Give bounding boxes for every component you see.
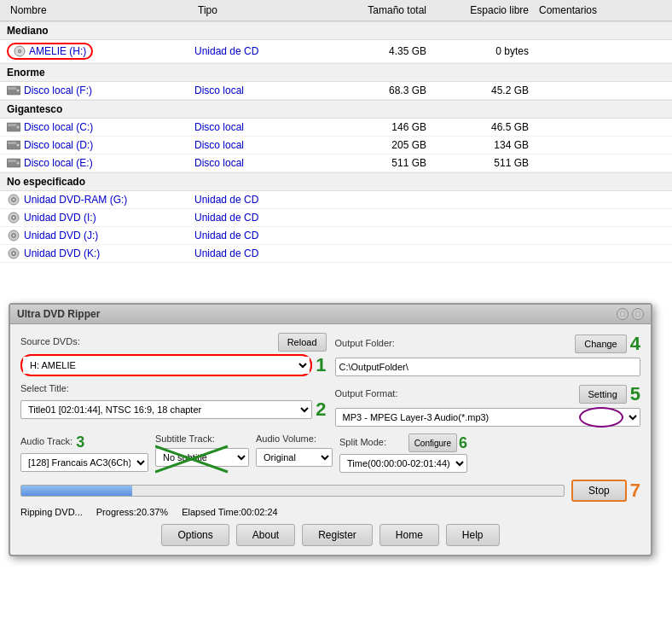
drive-name-k[interactable]: Unidad DVD (K:) bbox=[7, 247, 194, 259]
drive-free: 46.5 GB bbox=[433, 121, 536, 133]
file-manager: Nombre Tipo Tamaño total Espacio libre C… bbox=[0, 0, 672, 263]
table-row[interactable]: Unidad DVD (K:) Unidad de CD bbox=[0, 245, 672, 263]
progress-section: Stop 7 bbox=[20, 480, 640, 502]
table-row[interactable]: Unidad DVD (J:) Unidad de CD bbox=[0, 227, 672, 245]
col-tipo: Tipo bbox=[194, 3, 331, 18]
window-body: Source DVDs: Reload H: AMELIE 1 Output F… bbox=[10, 324, 651, 555]
drive-name-d[interactable]: Disco local (D:) bbox=[7, 139, 194, 151]
table-row[interactable]: AMELIE (H:) Unidad de CD 4.35 GB 0 bytes bbox=[0, 40, 672, 63]
window-controls bbox=[617, 308, 644, 320]
group-no-especificado: No especificado bbox=[0, 172, 672, 191]
table-row[interactable]: Disco local (E:) Disco local 511 GB 511 … bbox=[0, 154, 672, 172]
configure-button[interactable]: Configure bbox=[408, 433, 457, 452]
audio-volume-select[interactable]: Original bbox=[256, 448, 333, 467]
register-button[interactable]: Register bbox=[302, 524, 373, 546]
split-mode-select[interactable]: Time(00:00:00-02:01:44) bbox=[339, 454, 467, 473]
minimize-button[interactable] bbox=[617, 308, 629, 320]
options-button[interactable]: Options bbox=[161, 524, 229, 546]
svg-point-22 bbox=[13, 235, 14, 236]
svg-point-10 bbox=[17, 144, 20, 147]
drive-name-e[interactable]: Disco local (E:) bbox=[7, 157, 194, 169]
drive-free: 511 GB bbox=[433, 157, 536, 169]
help-button[interactable]: Help bbox=[446, 524, 500, 546]
progress-bar-fill bbox=[21, 486, 132, 496]
progress-text: Progress:20.37% bbox=[96, 507, 168, 517]
audio-track-label: Audio Track: bbox=[20, 436, 72, 446]
select-title-label: Select Title: bbox=[20, 383, 69, 393]
dvd-ripper-window: Ultra DVD Ripper Source DVDs: Reload bbox=[9, 303, 652, 556]
output-folder-input[interactable]: C:\OutputFolder\ bbox=[335, 358, 641, 376]
subtitle-track-section: Subtitle Track: No subtitle bbox=[155, 433, 249, 467]
drive-free: 134 GB bbox=[433, 139, 536, 151]
drive-name-i[interactable]: Unidad DVD (I:) bbox=[7, 212, 194, 224]
table-row[interactable]: Unidad DVD-RAM (G:) Unidad de CD bbox=[0, 191, 672, 209]
annotation-3: 3 bbox=[76, 433, 84, 451]
svg-point-1 bbox=[18, 49, 21, 53]
drive-name-j[interactable]: Unidad DVD (J:) bbox=[7, 230, 194, 241]
table-row[interactable]: Unidad DVD (I:) Unidad de CD bbox=[0, 209, 672, 227]
svg-rect-9 bbox=[8, 142, 16, 144]
col-comentarios: Comentarios bbox=[536, 3, 665, 18]
drive-tipo: Unidad de CD bbox=[194, 212, 331, 224]
output-format-label: Output Format: bbox=[335, 388, 398, 399]
source-dvds-label: Source DVDs: bbox=[20, 336, 80, 346]
hdd-icon bbox=[7, 158, 20, 168]
source-dvd-select[interactable]: H: AMELIE bbox=[23, 357, 310, 374]
col-nombre: Nombre bbox=[7, 3, 194, 18]
home-button[interactable]: Home bbox=[379, 524, 439, 546]
drive-tipo: Disco local bbox=[194, 84, 331, 96]
drive-name-amelie[interactable]: AMELIE (H:) bbox=[7, 43, 194, 60]
group-mediano: Mediano bbox=[0, 21, 672, 40]
maximize-button[interactable] bbox=[632, 308, 644, 320]
select-title-section: Select Title: Title01 [02:01:44], NTSC 1… bbox=[20, 383, 327, 421]
window-titlebar: Ultra DVD Ripper bbox=[10, 305, 651, 324]
drive-name-c[interactable]: Disco local (C:) bbox=[7, 121, 194, 133]
about-button[interactable]: About bbox=[236, 524, 295, 546]
svg-rect-6 bbox=[8, 124, 16, 126]
setting-button[interactable]: Setting bbox=[579, 385, 627, 404]
minimize-icon bbox=[619, 311, 626, 317]
source-section: Source DVDs: Reload H: AMELIE 1 bbox=[20, 333, 327, 376]
table-row[interactable]: Disco local (F:) Disco local 68.3 GB 45.… bbox=[0, 82, 672, 100]
hdd-icon bbox=[7, 122, 20, 132]
maximize-icon bbox=[634, 311, 641, 317]
select-title-select[interactable]: Title01 [02:01:44], NTSC 16:9, 18 chapte… bbox=[20, 400, 312, 419]
annotation-4: 4 bbox=[630, 333, 640, 355]
row-tracks: Audio Track: 3 [128] Francais AC3(6Ch) S… bbox=[20, 433, 640, 473]
drive-tipo: Unidad de CD bbox=[194, 247, 331, 259]
svg-point-25 bbox=[13, 253, 14, 254]
output-folder-label: Output Folder: bbox=[335, 338, 395, 348]
output-folder-section: Output Folder: Change 4 C:\OutputFolder\ bbox=[335, 333, 641, 376]
table-row[interactable]: Disco local (D:) Disco local 205 GB 134 … bbox=[0, 137, 672, 154]
bottom-buttons: Options About Register Home Help bbox=[20, 524, 640, 546]
table-header: Nombre Tipo Tamaño total Espacio libre C… bbox=[0, 0, 672, 21]
table-row[interactable]: Disco local (C:) Disco local 146 GB 46.5… bbox=[0, 119, 672, 137]
audio-track-select[interactable]: [128] Francais AC3(6Ch) bbox=[20, 453, 148, 472]
split-mode-label: Split Mode: bbox=[339, 437, 386, 447]
drive-name-g[interactable]: Unidad DVD-RAM (G:) bbox=[7, 194, 194, 206]
drive-tipo: Disco local bbox=[194, 121, 331, 133]
stop-button[interactable]: Stop bbox=[571, 480, 627, 502]
subtitle-track-select[interactable]: No subtitle bbox=[155, 448, 249, 467]
reload-button[interactable]: Reload bbox=[278, 333, 327, 352]
dvd-icon bbox=[7, 212, 20, 224]
output-format-select[interactable]: MP3 - MPEG Layer-3 Audio(*.mp3) bbox=[335, 408, 641, 427]
drive-tipo: Disco local bbox=[194, 139, 331, 151]
drive-size: 68.3 GB bbox=[331, 84, 433, 96]
hdd-icon bbox=[7, 140, 20, 150]
annotation-2: 2 bbox=[316, 399, 326, 421]
change-button[interactable]: Change bbox=[575, 335, 627, 353]
row-source-output: Source DVDs: Reload H: AMELIE 1 Output F… bbox=[20, 333, 640, 376]
drive-tipo: Disco local bbox=[194, 157, 331, 169]
annotation-1: 1 bbox=[316, 354, 326, 376]
status-section: Ripping DVD... Progress:20.37% Elapsed T… bbox=[20, 507, 640, 517]
ripping-status: Ripping DVD... bbox=[20, 507, 83, 517]
group-gigantesco: Gigantesco bbox=[0, 100, 672, 119]
group-enorme: Enorme bbox=[0, 63, 672, 82]
drive-tipo: Unidad de CD bbox=[194, 45, 331, 57]
drive-name-f[interactable]: Disco local (F:) bbox=[7, 84, 194, 96]
row-title-format: Select Title: Title01 [02:01:44], NTSC 1… bbox=[20, 383, 640, 427]
progress-bar-container bbox=[20, 485, 565, 497]
cd-icon bbox=[14, 45, 26, 57]
hdd-icon bbox=[7, 85, 20, 96]
